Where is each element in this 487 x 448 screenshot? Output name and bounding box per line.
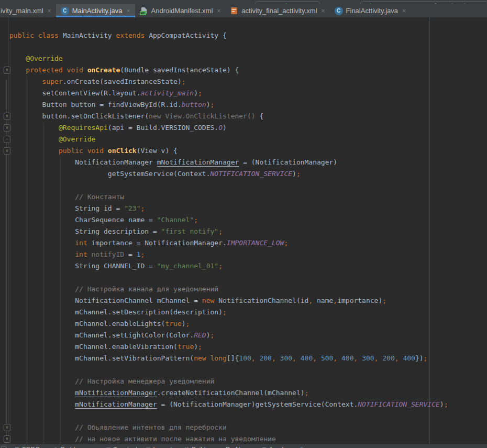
code-line: @Override (9, 53, 448, 64)
code-line: int notifyID = 1; (9, 249, 448, 260)
code-line: setContentView(R.layout.activity_main); (9, 88, 448, 99)
tab-close-icon[interactable]: × (48, 8, 51, 14)
code-line (9, 180, 448, 191)
java-class-icon: C (335, 7, 343, 15)
toolwindow-button-profiler[interactable]: ◔Profiler (220, 446, 246, 448)
code-line: // на новое активити после нажатия на ув… (9, 433, 448, 444)
code-line (9, 272, 448, 283)
code-line: mNotificationManager.createNotificationC… (9, 387, 448, 399)
code-line: int importance = NotificationManager.IMP… (9, 237, 448, 249)
toolbar-clipped-strip (0, 0, 487, 4)
tab-label: activity_final_acttivity.xml (241, 7, 317, 15)
tab-finalacttivity-java[interactable]: CFinalActtivity.java× (330, 4, 411, 17)
clipped-toolwindow-icon[interactable] (1, 446, 6, 448)
toolwindow-button-logcat[interactable]: ▤Logcat (146, 446, 172, 448)
tab-ivity-main-xml[interactable]: ivity_main.xml× (0, 4, 56, 17)
toolwindow-button-app-inspection[interactable]: ⊡App Inspection (262, 446, 311, 448)
code-line: NotificationChannel mChannel = new Notif… (9, 295, 448, 307)
code-line: protected void onCreate(Bundle savedInst… (9, 64, 448, 76)
tab-close-icon[interactable]: × (217, 8, 220, 14)
code-area[interactable]: public class MainActivity extends AppCom… (9, 30, 448, 444)
toolwindow-button-todo[interactable]: ☰TODO (15, 446, 40, 448)
code-line: @Override (9, 134, 448, 145)
code-line: // Настройка менеджера уведомлений (9, 376, 448, 387)
editor-tab-bar: ivity_main.xml×CMainActivity.java×MFAndr… (0, 4, 487, 17)
tab-label: ivity_main.xml (1, 7, 43, 15)
code-line: CharSequence name = "Channel"; (9, 214, 448, 226)
editor: ∨∨∨-∨∨∨ public class MainActivity extend… (0, 17, 487, 444)
code-line: // Обьявление интентов для переброски (9, 422, 448, 433)
toolwindow-button-build[interactable]: ⚒Build (184, 446, 206, 448)
code-line: public class MainActivity extends AppCom… (9, 30, 448, 41)
fold-marker-icon[interactable]: ∨ (4, 67, 10, 74)
code-line: mChannel.enableLights(true); (9, 318, 448, 330)
code-line: super.onCreate(savedInstanceState); (9, 76, 448, 88)
toolwindow-button-label: App Inspection (269, 446, 310, 448)
tab-close-icon[interactable]: × (322, 8, 325, 14)
fold-marker-icon[interactable]: - (4, 136, 10, 143)
code-line: getSystemService(Context.NOTIFICATION_SE… (9, 168, 448, 180)
code-line: mChannel.setVibrationPattern(new long[]{… (9, 353, 448, 364)
fold-marker-icon[interactable]: ∨ (4, 424, 10, 431)
tab-label: AndroidManifest.xml (151, 7, 213, 15)
toolwindow-button-terminal[interactable]: ▣Terminal (106, 446, 137, 448)
tab-label: MainActivity.java (72, 7, 123, 15)
tab-close-icon[interactable]: × (402, 8, 406, 14)
code-line: public void onClick(View v) { (9, 145, 448, 157)
toolwindow-button-label: Profiler (226, 446, 246, 448)
tab-activity-final-acttivity-xml[interactable]: activity_final_acttivity.xml× (225, 4, 329, 17)
tab-close-icon[interactable]: × (126, 8, 130, 14)
toolwindow-button-problems[interactable]: ⊙Problems (53, 446, 87, 448)
code-line: // Настройка канала для уведомлений (9, 283, 448, 295)
code-line (9, 410, 448, 422)
ide-window: ivity_main.xml×CMainActivity.java×MFAndr… (0, 0, 487, 448)
code-line: @RequiresApi(api = Build.VERSION_CODES.O… (9, 122, 448, 134)
code-line: mChannel.setDescription(description); (9, 307, 448, 318)
fold-marker-icon[interactable]: ∨ (4, 435, 10, 443)
manifest-file-icon: MF (140, 7, 148, 15)
java-class-icon: C (61, 7, 69, 15)
gutter-separator (8, 17, 9, 444)
code-line: mChannel.setLightColor(Color.RED); (9, 330, 448, 341)
toolwindow-button-label: Terminal (113, 446, 137, 448)
gutter-fold-line (6, 79, 7, 444)
toolwindow-button-label: Logcat (153, 446, 172, 448)
code-line (9, 41, 448, 53)
code-line: String description = "first notify"; (9, 226, 448, 237)
code-line: Button button = findViewById(R.id.button… (9, 99, 448, 111)
toolwindow-button-label: Build (192, 446, 206, 448)
tab-androidmanifest-xml[interactable]: MFAndroidManifest.xml× (135, 4, 226, 17)
layout-xml-file-icon (230, 7, 238, 15)
tab-label: FinalActtivity.java (346, 7, 398, 15)
toolwindow-button-label: TODO (22, 446, 40, 448)
fold-marker-icon[interactable]: ∨ (4, 124, 10, 132)
fold-marker-icon[interactable]: ∨ (4, 113, 10, 120)
code-line: String id = "23"; (9, 203, 448, 214)
code-line: String CHANNEL_ID = "my_channel_01"; (9, 260, 448, 272)
code-line: NotificationManager mNotificationManager… (9, 157, 448, 168)
bottom-tool-window-bar: ☰TODO⊙Problems▣Terminal▤Logcat⚒Build◔Pro… (0, 444, 487, 448)
tab-mainactivity-java[interactable]: CMainActivity.java× (56, 4, 135, 17)
code-line (9, 364, 448, 376)
code-line: // Константы (9, 191, 448, 203)
toolwindow-button-label: Problems (60, 446, 87, 448)
fold-marker-icon[interactable]: ∨ (4, 147, 10, 155)
code-line: mChannel.enableVibration(true); (9, 341, 448, 353)
code-line: button.setOnClickListener(new View.OnCli… (9, 111, 448, 122)
code-line: mNotificationManager = (NotificationMana… (9, 399, 448, 410)
